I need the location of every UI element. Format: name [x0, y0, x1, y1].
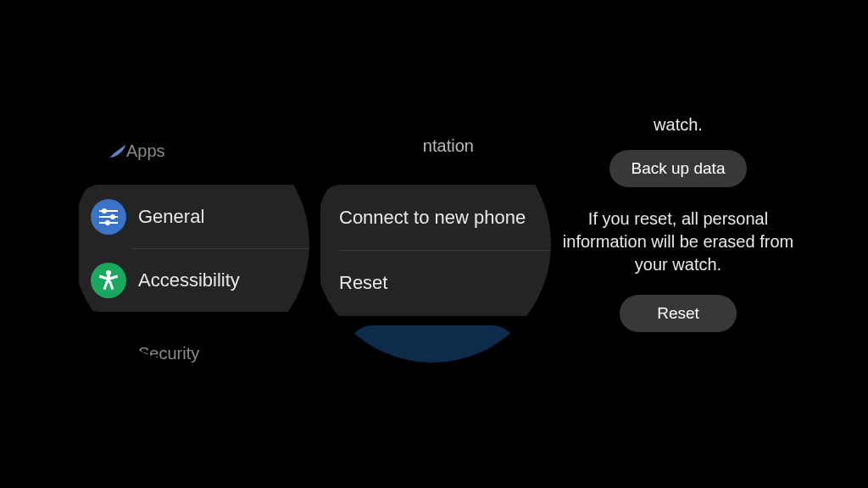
watchface-settings-list: Apps General — [72, 125, 309, 363]
settings-item-apps[interactable]: Apps — [72, 125, 309, 161]
menu-item-orientation-partial[interactable]: Orientation — [314, 129, 551, 163]
backup-description-fragment: watch. — [654, 114, 703, 136]
menu-item-connect-phone[interactable]: Connect to new phone — [320, 185, 551, 250]
apps-icon — [91, 136, 126, 158]
divider — [339, 250, 551, 251]
menu-item-next-partial[interactable] — [348, 325, 517, 363]
settings-item-label: General — [138, 206, 204, 228]
watchface-reset-confirm: watch. Back up data If you reset, all pe… — [559, 108, 797, 346]
settings-item-label: Accessibility — [138, 269, 240, 291]
settings-scroll[interactable]: Apps General — [72, 125, 309, 363]
reset-warning-text: If you reset, all personal information w… — [559, 208, 797, 276]
settings-focused-group: General Accessibility — [79, 185, 309, 312]
backup-button[interactable]: Back up data — [609, 150, 748, 187]
reset-confirm-content[interactable]: watch. Back up data If you reset, all pe… — [559, 108, 797, 346]
divider — [131, 248, 309, 249]
settings-item-accessibility[interactable]: Accessibility — [79, 248, 309, 312]
lock-icon — [91, 344, 126, 363]
sliders-icon — [91, 199, 126, 235]
reset-button[interactable]: Reset — [620, 295, 737, 332]
menu-item-label: Orientation — [391, 136, 474, 156]
menu-item-label: Connect to new phone — [339, 207, 526, 229]
menu-item-label: Reset — [339, 272, 387, 294]
settings-item-label: Security — [138, 344, 199, 363]
settings-item-general[interactable]: General — [79, 185, 309, 248]
settings-item-label: Apps — [126, 141, 165, 161]
button-label: Back up data — [632, 159, 726, 177]
accessibility-icon — [91, 263, 126, 298]
menu-item-reset[interactable]: Reset — [320, 250, 551, 315]
button-label: Reset — [657, 304, 699, 322]
menu-focused-group: Connect to new phone Reset — [320, 185, 551, 316]
watchface-general-menu: Orientation Connect to new phone Reset — [314, 125, 551, 363]
settings-item-security[interactable]: Security — [72, 339, 309, 363]
